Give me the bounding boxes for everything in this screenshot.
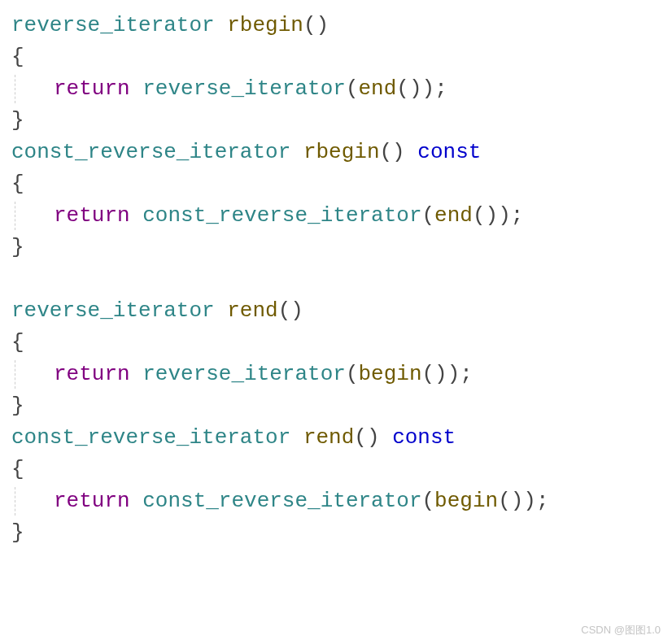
fn3-body: return reverse_iterator(begin()); — [11, 359, 661, 390]
paren-close: ) — [447, 362, 460, 386]
function-name: rbegin — [227, 13, 303, 37]
return-statement: return reverse_iterator(begin()); — [11, 359, 661, 390]
brace-open: { — [11, 168, 661, 200]
brace-close: } — [11, 517, 661, 549]
return-keyword: return — [54, 203, 130, 228]
return-statement: return const_reverse_iterator(begin()); — [11, 485, 661, 517]
return-statement: return reverse_iterator(end()); — [11, 73, 661, 105]
paren-open: ( — [346, 362, 359, 386]
fn1-signature: reverse_iterator rbegin() — [11, 10, 661, 41]
space — [290, 425, 303, 450]
return-type: const_reverse_iterator — [11, 140, 290, 164]
brace-open: { — [11, 41, 661, 73]
indent-guide — [15, 75, 15, 103]
arg-call: begin — [358, 362, 421, 386]
function-rend-const: const_reverse_iterator rend() const { re… — [11, 422, 661, 549]
brace-close: } — [11, 105, 661, 137]
parens: () — [278, 298, 303, 323]
fn3-signature: reverse_iterator rend() — [11, 295, 661, 327]
return-type: const_reverse_iterator — [11, 425, 290, 450]
arg-call: begin — [434, 489, 498, 513]
brace-close: } — [11, 232, 661, 263]
function-rbegin: reverse_iterator rbegin() { return rever… — [11, 10, 661, 137]
watermark-text: CSDN @图图1.0 — [581, 622, 661, 638]
space — [215, 13, 228, 37]
function-rbegin-const: const_reverse_iterator rbegin() const { … — [11, 137, 661, 263]
function-name: rend — [227, 298, 277, 323]
space — [130, 362, 143, 386]
fn4-body: return const_reverse_iterator(begin()); — [11, 485, 661, 517]
indent-guide — [15, 487, 15, 516]
paren-open: ( — [422, 489, 435, 513]
space — [130, 489, 143, 513]
return-keyword: return — [54, 362, 130, 386]
space — [405, 140, 418, 164]
ctor-type: reverse_iterator — [142, 362, 346, 386]
return-statement: return const_reverse_iterator(end()); — [11, 200, 661, 232]
arg-parens: () — [422, 362, 447, 386]
blank-line — [11, 263, 661, 295]
space — [215, 298, 228, 323]
paren-open: ( — [422, 203, 435, 228]
paren-open: ( — [346, 76, 359, 101]
parens: () — [303, 13, 329, 37]
parens: () — [354, 425, 379, 450]
indent-guide — [15, 360, 15, 389]
parens: () — [380, 140, 405, 164]
fn2-body: return const_reverse_iterator(end()); — [11, 200, 661, 232]
return-keyword: return — [54, 489, 130, 513]
arg-call: end — [358, 76, 396, 101]
function-name: rbegin — [303, 140, 380, 164]
paren-close: ) — [422, 76, 435, 101]
ctor-type: const_reverse_iterator — [142, 203, 421, 228]
brace-open: { — [11, 454, 661, 485]
function-rend: reverse_iterator rend() { return reverse… — [11, 295, 661, 422]
ctor-type: const_reverse_iterator — [142, 489, 421, 513]
indent-guide — [15, 202, 15, 230]
semicolon: ; — [511, 203, 524, 228]
return-type: reverse_iterator — [11, 13, 215, 37]
paren-close: ) — [523, 489, 536, 513]
arg-parens: () — [396, 76, 421, 101]
semicolon: ; — [536, 489, 549, 513]
space — [130, 76, 143, 101]
arg-parens: () — [498, 489, 523, 513]
ctor-type: reverse_iterator — [142, 76, 346, 101]
fn4-signature: const_reverse_iterator rend() const — [11, 422, 661, 454]
fn1-body: return reverse_iterator(end()); — [11, 73, 661, 105]
semicolon: ; — [460, 362, 473, 386]
paren-close: ) — [498, 203, 511, 228]
space — [130, 203, 143, 228]
brace-open: { — [11, 327, 661, 359]
const-qualifier: const — [392, 425, 456, 450]
semicolon: ; — [434, 76, 447, 101]
function-name: rend — [303, 425, 354, 450]
space — [290, 140, 303, 164]
space — [380, 425, 393, 450]
arg-call: end — [434, 203, 473, 228]
const-qualifier: const — [417, 140, 481, 164]
fn2-signature: const_reverse_iterator rbegin() const — [11, 137, 661, 168]
return-keyword: return — [54, 76, 130, 101]
brace-close: } — [11, 390, 661, 422]
arg-parens: () — [473, 203, 498, 228]
return-type: reverse_iterator — [11, 298, 215, 323]
